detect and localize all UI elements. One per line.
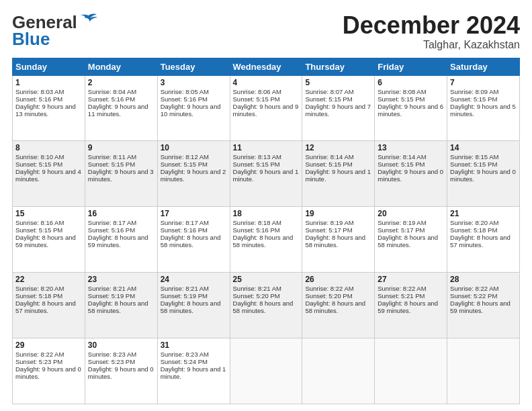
- table-cell: 8Sunrise: 8:10 AMSunset: 5:15 PMDaylight…: [13, 141, 85, 207]
- daylight-label: Daylight: 9 hours and 0 minutes.: [450, 168, 516, 183]
- sunset-label: Sunset: 5:22 PM: [450, 292, 497, 300]
- sunrise-label: Sunrise: 8:14 AM: [305, 153, 353, 161]
- day-number: 28: [450, 275, 517, 284]
- sunrise-label: Sunrise: 8:11 AM: [88, 153, 136, 161]
- calendar-table: Sunday Monday Tuesday Wednesday Thursday…: [12, 58, 520, 404]
- sunset-label: Sunset: 5:24 PM: [161, 358, 208, 365]
- sunrise-label: Sunrise: 8:23 AM: [88, 351, 136, 358]
- col-thursday: Thursday: [302, 58, 375, 75]
- sunset-label: Sunset: 5:16 PM: [161, 95, 208, 103]
- daylight-label: Daylight: 8 hours and 59 minutes.: [15, 234, 76, 248]
- day-number: 14: [450, 143, 517, 152]
- day-number: 13: [378, 143, 444, 152]
- sunset-label: Sunset: 5:15 PM: [15, 226, 62, 234]
- table-cell: 23Sunrise: 8:21 AMSunset: 5:19 PMDayligh…: [85, 273, 157, 338]
- day-number: 30: [88, 340, 154, 350]
- table-cell: [230, 338, 302, 404]
- day-number: 17: [161, 209, 227, 218]
- day-number: 1: [15, 78, 82, 87]
- daylight-label: Daylight: 8 hours and 57 minutes.: [15, 300, 76, 314]
- sunset-label: Sunset: 5:20 PM: [233, 292, 280, 300]
- daylight-label: Daylight: 9 hours and 10 minutes.: [161, 103, 221, 118]
- calendar-week-row: 29Sunrise: 8:22 AMSunset: 5:23 PMDayligh…: [13, 338, 520, 404]
- col-wednesday: Wednesday: [230, 58, 302, 75]
- day-number: 21: [450, 209, 517, 218]
- sunrise-label: Sunrise: 8:17 AM: [161, 219, 209, 226]
- table-cell: 6Sunrise: 8:08 AMSunset: 5:15 PMDaylight…: [375, 75, 447, 141]
- sunrise-label: Sunrise: 8:21 AM: [88, 285, 136, 292]
- daylight-label: Daylight: 8 hours and 58 minutes.: [233, 300, 294, 314]
- logo: General Blue: [12, 12, 98, 50]
- logo-bird-icon: [79, 13, 98, 30]
- table-cell: [375, 338, 447, 404]
- day-number: 25: [233, 275, 300, 284]
- sunrise-label: Sunrise: 8:19 AM: [378, 219, 426, 226]
- sunrise-label: Sunrise: 8:09 AM: [450, 88, 498, 95]
- table-cell: 28Sunrise: 8:22 AMSunset: 5:22 PMDayligh…: [447, 273, 520, 338]
- sunrise-label: Sunrise: 8:20 AM: [450, 219, 498, 226]
- table-cell: 13Sunrise: 8:14 AMSunset: 5:15 PMDayligh…: [375, 141, 447, 207]
- logo-blue: Blue: [12, 29, 50, 50]
- table-cell: 1Sunrise: 8:03 AMSunset: 5:16 PMDaylight…: [13, 75, 85, 141]
- day-number: 11: [233, 143, 300, 152]
- col-saturday: Saturday: [447, 58, 520, 75]
- sunrise-label: Sunrise: 8:05 AM: [161, 88, 209, 95]
- day-number: 20: [378, 209, 444, 218]
- sunrise-label: Sunrise: 8:21 AM: [161, 285, 209, 292]
- day-number: 31: [161, 340, 227, 350]
- daylight-label: Daylight: 9 hours and 6 minutes.: [378, 103, 443, 118]
- day-number: 9: [88, 143, 154, 152]
- day-number: 6: [378, 78, 444, 87]
- daylight-label: Daylight: 9 hours and 9 minutes.: [233, 103, 299, 118]
- month-title: December 2024: [343, 12, 520, 39]
- table-cell: 17Sunrise: 8:17 AMSunset: 5:16 PMDayligh…: [157, 207, 230, 273]
- sunset-label: Sunset: 5:15 PM: [450, 161, 497, 168]
- daylight-label: Daylight: 8 hours and 57 minutes.: [450, 234, 511, 248]
- day-number: 19: [305, 209, 371, 218]
- calendar-week-row: 22Sunrise: 8:20 AMSunset: 5:18 PMDayligh…: [13, 273, 520, 338]
- table-cell: 7Sunrise: 8:09 AMSunset: 5:15 PMDaylight…: [447, 75, 520, 141]
- daylight-label: Daylight: 9 hours and 13 minutes.: [15, 103, 76, 118]
- day-number: 2: [88, 78, 154, 87]
- daylight-label: Daylight: 9 hours and 1 minute.: [305, 168, 371, 183]
- daylight-label: Daylight: 8 hours and 58 minutes.: [233, 234, 294, 248]
- table-cell: 11Sunrise: 8:13 AMSunset: 5:15 PMDayligh…: [230, 141, 302, 207]
- calendar-week-row: 1Sunrise: 8:03 AMSunset: 5:16 PMDaylight…: [13, 75, 520, 141]
- sunset-label: Sunset: 5:16 PM: [88, 95, 135, 103]
- sunrise-label: Sunrise: 8:04 AM: [88, 88, 136, 95]
- table-cell: 30Sunrise: 8:23 AMSunset: 5:23 PMDayligh…: [85, 338, 157, 404]
- sunrise-label: Sunrise: 8:20 AM: [15, 285, 64, 292]
- table-cell: 10Sunrise: 8:12 AMSunset: 5:15 PMDayligh…: [157, 141, 230, 207]
- sunset-label: Sunset: 5:15 PM: [233, 161, 280, 168]
- daylight-label: Daylight: 9 hours and 1 minute.: [161, 365, 226, 380]
- daylight-label: Daylight: 8 hours and 58 minutes.: [88, 300, 148, 314]
- day-number: 3: [161, 78, 227, 87]
- sunrise-label: Sunrise: 8:22 AM: [305, 285, 353, 292]
- sunrise-label: Sunrise: 8:16 AM: [15, 219, 64, 226]
- table-cell: 21Sunrise: 8:20 AMSunset: 5:18 PMDayligh…: [447, 207, 520, 273]
- sunrise-label: Sunrise: 8:22 AM: [378, 285, 426, 292]
- table-cell: 12Sunrise: 8:14 AMSunset: 5:15 PMDayligh…: [302, 141, 375, 207]
- table-cell: 4Sunrise: 8:06 AMSunset: 5:15 PMDaylight…: [230, 75, 302, 141]
- table-cell: 5Sunrise: 8:07 AMSunset: 5:15 PMDaylight…: [302, 75, 375, 141]
- day-number: 15: [15, 209, 82, 218]
- sunset-label: Sunset: 5:20 PM: [305, 292, 352, 300]
- calendar-header-row: Sunday Monday Tuesday Wednesday Thursday…: [13, 58, 520, 75]
- sunset-label: Sunset: 5:15 PM: [88, 161, 135, 168]
- daylight-label: Daylight: 9 hours and 0 minutes.: [88, 365, 154, 380]
- daylight-label: Daylight: 9 hours and 7 minutes.: [305, 103, 371, 118]
- daylight-label: Daylight: 9 hours and 4 minutes.: [15, 168, 81, 183]
- sunset-label: Sunset: 5:18 PM: [450, 226, 497, 234]
- sunrise-label: Sunrise: 8:19 AM: [305, 219, 353, 226]
- day-number: 7: [450, 78, 517, 87]
- sunrise-label: Sunrise: 8:23 AM: [161, 351, 209, 358]
- sunset-label: Sunset: 5:19 PM: [161, 292, 208, 300]
- sunset-label: Sunset: 5:15 PM: [161, 161, 208, 168]
- day-number: 12: [305, 143, 371, 152]
- sunset-label: Sunset: 5:16 PM: [161, 226, 208, 234]
- sunrise-label: Sunrise: 8:08 AM: [378, 88, 426, 95]
- daylight-label: Daylight: 8 hours and 59 minutes.: [378, 300, 438, 314]
- table-cell: 31Sunrise: 8:23 AMSunset: 5:24 PMDayligh…: [157, 338, 230, 404]
- sunrise-label: Sunrise: 8:10 AM: [15, 153, 64, 161]
- table-cell: 20Sunrise: 8:19 AMSunset: 5:17 PMDayligh…: [375, 207, 447, 273]
